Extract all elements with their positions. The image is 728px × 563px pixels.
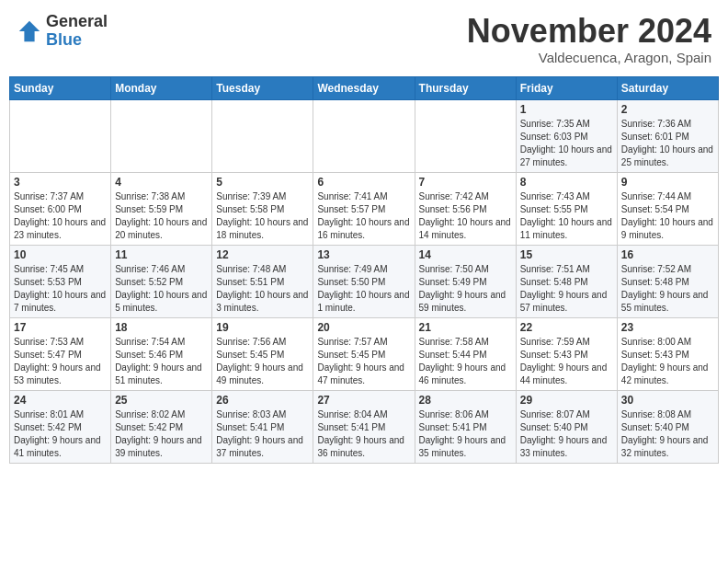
day-number: 20 — [317, 321, 410, 334]
day-number: 23 — [621, 321, 714, 334]
day-info: Sunrise: 7:44 AM Sunset: 5:54 PM Dayligh… — [621, 190, 714, 242]
day-info: Sunrise: 8:04 AM Sunset: 5:41 PM Dayligh… — [317, 408, 410, 460]
day-info: Sunrise: 7:46 AM Sunset: 5:52 PM Dayligh… — [115, 263, 208, 315]
calendar-cell: 10Sunrise: 7:45 AM Sunset: 5:53 PM Dayli… — [10, 245, 111, 317]
day-number: 16 — [621, 248, 714, 261]
day-number: 2 — [621, 103, 714, 116]
calendar-cell: 14Sunrise: 7:50 AM Sunset: 5:49 PM Dayli… — [415, 245, 516, 317]
weekday-header-saturday: Saturday — [617, 76, 718, 99]
day-info: Sunrise: 7:58 AM Sunset: 5:44 PM Dayligh… — [419, 336, 512, 387]
day-info: Sunrise: 7:51 AM Sunset: 5:48 PM Dayligh… — [520, 263, 613, 315]
day-number: 13 — [317, 248, 410, 261]
calendar-table: SundayMondayTuesdayWednesdayThursdayFrid… — [9, 76, 719, 464]
day-number: 30 — [621, 394, 714, 407]
calendar-cell: 22Sunrise: 7:59 AM Sunset: 5:43 PM Dayli… — [516, 317, 617, 390]
day-info: Sunrise: 7:42 AM Sunset: 5:56 PM Dayligh… — [419, 190, 512, 242]
day-number: 21 — [419, 321, 512, 334]
day-info: Sunrise: 8:06 AM Sunset: 5:41 PM Dayligh… — [419, 408, 512, 460]
day-info: Sunrise: 8:03 AM Sunset: 5:41 PM Dayligh… — [216, 408, 309, 460]
day-info: Sunrise: 7:38 AM Sunset: 5:59 PM Dayligh… — [115, 190, 208, 242]
day-number: 9 — [621, 176, 714, 189]
calendar-cell: 24Sunrise: 8:01 AM Sunset: 5:42 PM Dayli… — [10, 390, 111, 463]
calendar-cell: 29Sunrise: 8:07 AM Sunset: 5:40 PM Dayli… — [516, 390, 617, 463]
calendar-cell — [111, 99, 212, 172]
weekday-header-monday: Monday — [111, 76, 212, 99]
day-info: Sunrise: 7:43 AM Sunset: 5:55 PM Dayligh… — [520, 190, 613, 242]
weekday-header-tuesday: Tuesday — [212, 76, 313, 99]
day-number: 4 — [115, 176, 208, 189]
calendar-cell: 15Sunrise: 7:51 AM Sunset: 5:48 PM Dayli… — [516, 245, 617, 317]
day-number: 27 — [317, 394, 410, 407]
calendar-cell: 18Sunrise: 7:54 AM Sunset: 5:46 PM Dayli… — [111, 317, 212, 390]
day-number: 6 — [317, 176, 410, 189]
calendar-cell: 5Sunrise: 7:39 AM Sunset: 5:58 PM Daylig… — [212, 172, 313, 245]
logo: General Blue — [17, 13, 108, 50]
calendar-week-5: 24Sunrise: 8:01 AM Sunset: 5:42 PM Dayli… — [10, 390, 719, 463]
day-info: Sunrise: 8:08 AM Sunset: 5:40 PM Dayligh… — [621, 408, 714, 460]
day-number: 10 — [14, 248, 107, 261]
day-number: 18 — [115, 321, 208, 334]
logo-icon — [17, 18, 42, 44]
location: Valdecuenca, Aragon, Spain — [467, 50, 711, 65]
day-info: Sunrise: 8:02 AM Sunset: 5:42 PM Dayligh… — [115, 408, 208, 460]
day-number: 17 — [14, 321, 107, 334]
calendar-cell: 12Sunrise: 7:48 AM Sunset: 5:51 PM Dayli… — [212, 245, 313, 317]
day-info: Sunrise: 7:37 AM Sunset: 6:00 PM Dayligh… — [14, 190, 107, 242]
day-info: Sunrise: 8:01 AM Sunset: 5:42 PM Dayligh… — [14, 408, 107, 460]
calendar-cell: 1Sunrise: 7:35 AM Sunset: 6:03 PM Daylig… — [516, 99, 617, 172]
calendar-cell: 17Sunrise: 7:53 AM Sunset: 5:47 PM Dayli… — [10, 317, 111, 390]
calendar-cell — [415, 99, 516, 172]
day-info: Sunrise: 7:41 AM Sunset: 5:57 PM Dayligh… — [317, 190, 410, 242]
day-info: Sunrise: 7:35 AM Sunset: 6:03 PM Dayligh… — [520, 118, 613, 169]
weekday-header-friday: Friday — [516, 76, 617, 99]
calendar-week-1: 1Sunrise: 7:35 AM Sunset: 6:03 PM Daylig… — [10, 99, 719, 172]
day-number: 22 — [520, 321, 613, 334]
day-number: 19 — [216, 321, 309, 334]
calendar-cell: 7Sunrise: 7:42 AM Sunset: 5:56 PM Daylig… — [415, 172, 516, 245]
month-title: November 2024 — [467, 13, 711, 50]
day-info: Sunrise: 7:39 AM Sunset: 5:58 PM Dayligh… — [216, 190, 309, 242]
calendar-cell: 3Sunrise: 7:37 AM Sunset: 6:00 PM Daylig… — [10, 172, 111, 245]
calendar-week-3: 10Sunrise: 7:45 AM Sunset: 5:53 PM Dayli… — [10, 245, 719, 317]
calendar-cell: 4Sunrise: 7:38 AM Sunset: 5:59 PM Daylig… — [111, 172, 212, 245]
calendar-cell: 21Sunrise: 7:58 AM Sunset: 5:44 PM Dayli… — [415, 317, 516, 390]
day-number: 1 — [520, 103, 613, 116]
logo-general: General — [46, 13, 108, 31]
day-info: Sunrise: 7:56 AM Sunset: 5:45 PM Dayligh… — [216, 336, 309, 387]
svg-marker-0 — [19, 21, 40, 41]
day-number: 3 — [14, 176, 107, 189]
calendar-cell: 2Sunrise: 7:36 AM Sunset: 6:01 PM Daylig… — [617, 99, 718, 172]
calendar-cell: 27Sunrise: 8:04 AM Sunset: 5:41 PM Dayli… — [313, 390, 415, 463]
calendar-cell: 6Sunrise: 7:41 AM Sunset: 5:57 PM Daylig… — [313, 172, 415, 245]
day-number: 24 — [14, 394, 107, 407]
calendar-week-4: 17Sunrise: 7:53 AM Sunset: 5:47 PM Dayli… — [10, 317, 719, 390]
calendar-cell: 16Sunrise: 7:52 AM Sunset: 5:48 PM Dayli… — [617, 245, 718, 317]
calendar-cell: 23Sunrise: 8:00 AM Sunset: 5:43 PM Dayli… — [617, 317, 718, 390]
day-number: 15 — [520, 248, 613, 261]
day-info: Sunrise: 7:57 AM Sunset: 5:45 PM Dayligh… — [317, 336, 410, 387]
weekday-header-sunday: Sunday — [10, 76, 111, 99]
day-info: Sunrise: 7:54 AM Sunset: 5:46 PM Dayligh… — [115, 336, 208, 387]
calendar-cell: 11Sunrise: 7:46 AM Sunset: 5:52 PM Dayli… — [111, 245, 212, 317]
calendar-cell: 19Sunrise: 7:56 AM Sunset: 5:45 PM Dayli… — [212, 317, 313, 390]
calendar-cell: 28Sunrise: 8:06 AM Sunset: 5:41 PM Dayli… — [415, 390, 516, 463]
calendar-cell: 26Sunrise: 8:03 AM Sunset: 5:41 PM Dayli… — [212, 390, 313, 463]
day-number: 12 — [216, 248, 309, 261]
calendar-cell — [10, 99, 111, 172]
calendar-cell: 9Sunrise: 7:44 AM Sunset: 5:54 PM Daylig… — [617, 172, 718, 245]
day-info: Sunrise: 7:45 AM Sunset: 5:53 PM Dayligh… — [14, 263, 107, 315]
day-info: Sunrise: 7:48 AM Sunset: 5:51 PM Dayligh… — [216, 263, 309, 315]
calendar-body: 1Sunrise: 7:35 AM Sunset: 6:03 PM Daylig… — [10, 99, 719, 463]
weekday-header-thursday: Thursday — [415, 76, 516, 99]
calendar-cell: 20Sunrise: 7:57 AM Sunset: 5:45 PM Dayli… — [313, 317, 415, 390]
calendar-week-2: 3Sunrise: 7:37 AM Sunset: 6:00 PM Daylig… — [10, 172, 719, 245]
day-number: 14 — [419, 248, 512, 261]
day-info: Sunrise: 7:59 AM Sunset: 5:43 PM Dayligh… — [520, 336, 613, 387]
day-info: Sunrise: 7:49 AM Sunset: 5:50 PM Dayligh… — [317, 263, 410, 315]
day-info: Sunrise: 7:53 AM Sunset: 5:47 PM Dayligh… — [14, 336, 107, 387]
page-header: General Blue November 2024 Valdecuenca, … — [9, 9, 719, 69]
day-info: Sunrise: 8:00 AM Sunset: 5:43 PM Dayligh… — [621, 336, 714, 387]
calendar-cell: 25Sunrise: 8:02 AM Sunset: 5:42 PM Dayli… — [111, 390, 212, 463]
day-number: 29 — [520, 394, 613, 407]
title-area: November 2024 Valdecuenca, Aragon, Spain — [467, 13, 711, 65]
